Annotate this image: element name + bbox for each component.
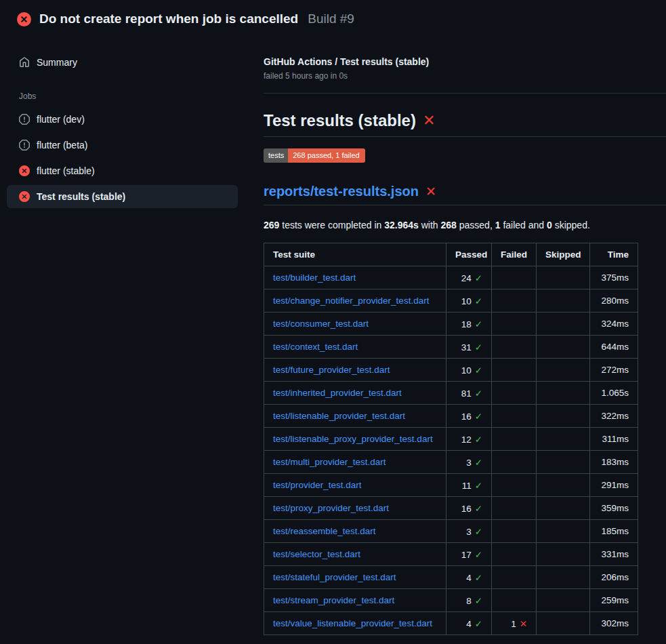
suite-link[interactable]: test/proxy_provider_test.dart (273, 503, 389, 513)
skipped-cell (537, 497, 590, 520)
summary-fragment: failed and (501, 220, 547, 230)
suite-link[interactable]: test/provider_test.dart (273, 480, 362, 490)
failed-cell (492, 428, 537, 451)
suite-link[interactable]: test/context_test.dart (273, 342, 358, 352)
main-content: GitHub Actions / Test results (stable) f… (264, 36, 666, 635)
suite-link[interactable]: test/multi_provider_test.dart (273, 457, 386, 467)
time-cell: 1.065s (590, 382, 638, 405)
failed-cell (492, 451, 537, 474)
suite-link[interactable]: test/consumer_test.dart (273, 319, 369, 329)
suite-cell: test/proxy_provider_test.dart (264, 497, 446, 520)
suite-cell: test/inherited_provider_test.dart (264, 382, 446, 405)
suite-link[interactable]: test/stream_provider_test.dart (273, 595, 394, 605)
suite-cell: test/context_test.dart (264, 336, 446, 359)
check-icon: ✓ (475, 273, 482, 283)
skipped-cell (537, 520, 590, 543)
time-cell: 302ms (590, 612, 638, 635)
failed-x-icon: ✕ (423, 112, 435, 129)
sidebar-item-test-results-stable[interactable]: Test results (stable) (7, 185, 238, 208)
suite-link[interactable]: test/reassemble_test.dart (273, 526, 376, 536)
skipped-cell (537, 474, 590, 497)
failed-x-icon: ✕ (425, 184, 436, 199)
check-icon: ✓ (475, 527, 482, 537)
suite-link[interactable]: test/listenable_provider_test.dart (273, 411, 405, 421)
report-file-link[interactable]: reports/test-results.json (264, 184, 419, 199)
time-cell: 644ms (590, 336, 638, 359)
passed-cell: 11✓ (446, 474, 492, 497)
suite-cell: test/reassemble_test.dart (264, 520, 446, 543)
tests-status-badge: tests 268 passed, 1 failed (264, 148, 365, 163)
col-passed: Passed (446, 243, 492, 266)
skipped-cell (537, 543, 590, 566)
suite-link[interactable]: test/value_listenable_provider_test.dart (273, 618, 432, 628)
table-row: test/consumer_test.dart18✓324ms (264, 313, 638, 336)
passed-cell: 17✓ (446, 543, 492, 566)
passed-cell: 24✓ (446, 266, 492, 289)
count-value: 8 (466, 596, 472, 606)
passed-cell: 18✓ (446, 313, 492, 336)
failed-cell (492, 266, 537, 289)
suite-link[interactable]: test/future_provider_test.dart (273, 365, 390, 375)
build-number: Build #9 (308, 12, 354, 26)
count-value: 10 (461, 296, 472, 306)
summary-fragment: 1 (495, 220, 501, 230)
count-value: 1 (511, 619, 516, 629)
passed-cell: 16✓ (446, 405, 492, 428)
time-cell: 185ms (590, 520, 638, 543)
suite-cell: test/future_provider_test.dart (264, 359, 446, 382)
suite-link[interactable]: test/listenable_proxy_provider_test.dart (273, 434, 433, 444)
time-cell: 324ms (590, 313, 638, 336)
table-row: test/provider_test.dart11✓291ms (264, 474, 638, 497)
passed-cell: 81✓ (446, 382, 492, 405)
suite-link[interactable]: test/stateful_provider_test.dart (273, 572, 396, 582)
sidebar-item-summary[interactable]: Summary (7, 51, 238, 74)
failed-cell (492, 566, 537, 589)
summary-fragment: 269 (264, 220, 279, 230)
skipped-cell (537, 428, 590, 451)
section-title-text: Test results (stable) (264, 111, 416, 130)
passed-cell: 4✓ (446, 612, 492, 635)
sidebar-item-label: Test results (stable) (37, 191, 125, 202)
table-row: test/builder_test.dart24✓375ms (264, 266, 638, 289)
jobs-section-heading: Jobs (19, 92, 264, 101)
summary-fragment: 268 (441, 220, 457, 230)
col-failed: Failed (492, 243, 537, 266)
failed-cell (492, 336, 537, 359)
skipped-cell (537, 612, 590, 635)
failed-cell: 1✕ (492, 612, 537, 635)
sidebar-item-flutter-beta[interactable]: flutter (beta) (7, 134, 238, 157)
summary-fragment: 32.964s (384, 220, 419, 230)
sidebar-item-label: flutter (stable) (37, 165, 95, 176)
suite-link[interactable]: test/builder_test.dart (273, 273, 356, 283)
failed-cell (492, 405, 537, 428)
suite-cell: test/listenable_provider_test.dart (264, 405, 446, 428)
skipped-cell (537, 266, 590, 289)
page-title: Do not create report when job is cancell… (39, 12, 298, 26)
skipped-cell (537, 336, 590, 359)
check-icon: ✓ (475, 619, 482, 629)
failed-cell (492, 589, 537, 612)
test-results-table-body: test/builder_test.dart24✓375mstest/chang… (264, 266, 638, 635)
count-value: 16 (461, 504, 472, 514)
cross-icon: ✕ (520, 619, 527, 629)
check-icon: ✓ (475, 388, 482, 399)
skipped-cell (537, 405, 590, 428)
failed-cell (492, 289, 537, 313)
suite-cell: test/value_listenable_provider_test.dart (264, 612, 446, 635)
time-cell: 322ms (590, 405, 638, 428)
col-test-suite: Test suite (264, 243, 446, 266)
sidebar-item-flutter-dev[interactable]: flutter (dev) (7, 108, 238, 131)
suite-link[interactable]: test/selector_test.dart (273, 549, 360, 559)
suite-link[interactable]: test/inherited_provider_test.dart (273, 388, 402, 398)
sidebar-item-flutter-stable[interactable]: flutter (stable) (7, 159, 238, 182)
time-cell: 375ms (590, 266, 638, 289)
suite-cell: test/builder_test.dart (264, 266, 446, 289)
count-value: 12 (461, 435, 472, 445)
suite-link[interactable]: test/change_notifier_provider_test.dart (273, 296, 429, 306)
failed-cell (492, 520, 537, 543)
passed-cell: 16✓ (446, 497, 492, 520)
time-cell: 359ms (590, 497, 638, 520)
table-header-row: Test suite Passed Failed Skipped Time (264, 243, 638, 266)
home-icon (19, 57, 30, 68)
time-cell: 291ms (590, 474, 638, 497)
